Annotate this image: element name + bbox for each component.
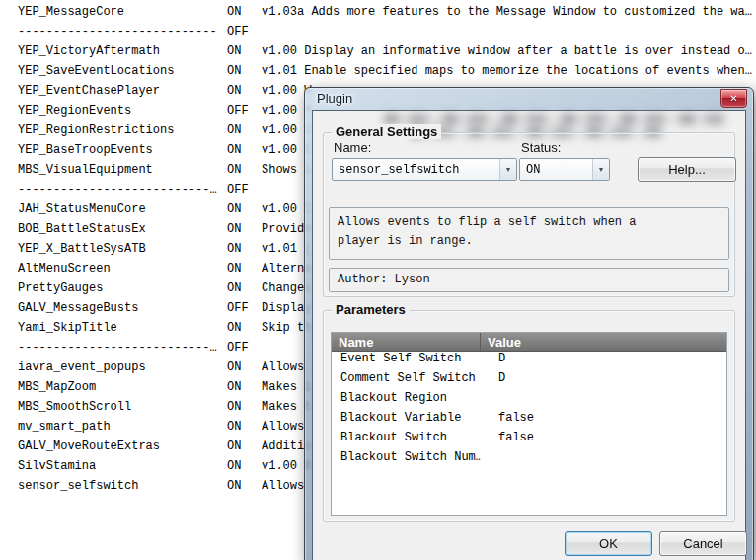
chevron-down-icon: ▼ xyxy=(592,159,609,180)
plugin-status: OFF xyxy=(227,341,249,355)
dialog-client-area: General Settings Name: sensor_selfswitch… xyxy=(312,110,746,560)
plugin-row[interactable]: YEP_SaveEventLocationsONv1.01 Enable spe… xyxy=(0,64,756,84)
plugin-name: YEP_MessageCore xyxy=(18,5,124,19)
parameter-value: false xyxy=(481,431,726,450)
plugin-status: ON xyxy=(227,459,241,473)
parameter-name: Blackout Variable xyxy=(332,411,481,431)
plugin-name-value: sensor_selfswitch xyxy=(333,159,499,180)
plugin-desc: v1.03a Adds more features to the Message… xyxy=(262,5,756,19)
plugin-status: ON xyxy=(227,143,241,157)
plugin-status: ON xyxy=(227,242,241,256)
param-header-value: Value xyxy=(481,333,726,351)
plugin-name: ---------------------------… xyxy=(18,341,217,355)
plugin-name: JAH_StatusMenuCore xyxy=(18,202,146,216)
plugin-status: ON xyxy=(227,5,241,19)
plugin-status: OFF xyxy=(227,25,249,39)
plugin-status: ON xyxy=(227,440,241,453)
dialog-title: Plugin xyxy=(317,91,352,106)
parameter-name: Blackout Switch Num… xyxy=(332,450,481,470)
plugin-status: OFF xyxy=(227,183,249,197)
parameter-name: Blackout Region xyxy=(332,391,481,411)
plugin-description: Allows events to flip a self switch when… xyxy=(329,207,729,260)
chevron-down-icon: ▼ xyxy=(499,159,516,180)
general-settings-group: General Settings Name: sensor_selfswitch… xyxy=(323,132,735,297)
plugin-name: iavra_event_popups xyxy=(18,360,146,374)
help-button[interactable]: Help... xyxy=(638,157,736,182)
plugin-row[interactable]: ----------------------------OFF xyxy=(0,25,756,44)
plugin-name: PrettyGauges xyxy=(18,281,103,295)
plugin-name: YEP_SaveEventLocations xyxy=(18,64,174,78)
plugin-desc: v1.00 Display an informative window afte… xyxy=(262,44,756,58)
parameter-value: false xyxy=(481,411,726,431)
plugin-row[interactable]: YEP_VictoryAftermathONv1.00 Display an i… xyxy=(0,44,756,64)
ok-button[interactable]: OK xyxy=(565,531,652,556)
plugin-name: YEP_RegionRestrictions xyxy=(18,123,174,137)
plugin-status: ON xyxy=(227,44,241,58)
parameter-value xyxy=(481,391,726,411)
plugin-name-dropdown[interactable]: sensor_selfswitch ▼ xyxy=(332,158,517,181)
plugin-status: ON xyxy=(227,479,241,493)
parameter-name: Comment Self Switch xyxy=(332,371,481,391)
close-icon: ✕ xyxy=(729,93,737,104)
plugin-name: mv_smart_path xyxy=(18,420,111,434)
plugin-desc: v1.01 Enable specified maps to memorize … xyxy=(262,64,756,78)
param-header-name: Name xyxy=(332,333,481,351)
plugin-name: AltMenuScreen xyxy=(18,262,111,276)
plugin-status: ON xyxy=(227,360,241,374)
general-settings-title: General Settings xyxy=(332,124,441,139)
plugin-status: ON xyxy=(227,163,241,177)
status-label: Status: xyxy=(521,140,561,155)
plugin-name: Yami_SkipTitle xyxy=(18,321,117,335)
plugin-row[interactable]: YEP_MessageCoreONv1.03a Adds more featur… xyxy=(0,5,756,25)
parameter-value xyxy=(481,450,726,470)
parameter-row[interactable]: Blackout Region xyxy=(332,391,726,411)
plugin-status: ON xyxy=(227,64,241,78)
plugin-name: YEP_RegionEvents xyxy=(18,104,131,118)
parameter-row[interactable]: Blackout Variablefalse xyxy=(332,411,726,431)
plugin-name: YEP_VictoryAftermath xyxy=(18,44,160,58)
plugin-name: SilvStamina xyxy=(18,459,96,473)
plugin-status: ON xyxy=(227,123,241,137)
parameters-group: Parameters Name Value Event Self SwitchD… xyxy=(323,310,735,522)
plugin-name: YEP_BaseTroopEvents xyxy=(18,143,153,157)
parameters-table: Name Value Event Self SwitchDComment Sel… xyxy=(331,332,727,516)
plugin-status: OFF xyxy=(227,301,249,315)
plugin-name: ---------------------------… xyxy=(18,183,217,197)
parameter-row[interactable]: Blackout Switchfalse xyxy=(332,431,726,450)
parameter-value: D xyxy=(481,371,726,391)
plugin-name: GALV_MessageBusts xyxy=(18,301,138,315)
plugin-status: ON xyxy=(227,380,241,394)
name-label: Name: xyxy=(334,140,371,155)
plugin-name: MBS_SmoothScroll xyxy=(18,400,131,414)
plugin-status: ON xyxy=(227,420,241,434)
param-table-body: Event Self SwitchDComment Self SwitchDBl… xyxy=(332,352,726,470)
plugin-status: ON xyxy=(227,222,241,236)
parameter-row[interactable]: Comment Self SwitchD xyxy=(332,371,726,391)
plugin-name: MBS_MapZoom xyxy=(18,380,96,394)
plugin-status: ON xyxy=(227,321,241,335)
close-button[interactable]: ✕ xyxy=(720,89,747,108)
status-dropdown[interactable]: ON ▼ xyxy=(519,158,610,181)
parameters-table-header: Name Value xyxy=(332,333,726,352)
cancel-button[interactable]: Cancel xyxy=(659,531,747,556)
plugin-status: ON xyxy=(227,400,241,414)
parameter-name: Event Self Switch xyxy=(332,352,481,371)
plugin-name: YEP_EventChasePlayer xyxy=(18,84,160,98)
plugin-status: ON xyxy=(227,262,241,276)
plugin-dialog: Plugin ✕ General Settings Name: sensor_s… xyxy=(304,87,754,560)
parameter-row[interactable]: Blackout Switch Num… xyxy=(332,450,726,470)
plugin-name: YEP_X_BattleSysATB xyxy=(18,242,146,256)
dialog-titlebar[interactable]: Plugin ✕ xyxy=(305,88,753,110)
plugin-name: ---------------------------- xyxy=(18,25,217,39)
plugin-name: MBS_VisualEquipment xyxy=(18,163,153,177)
parameter-value: D xyxy=(481,352,726,371)
plugin-status: ON xyxy=(227,202,241,216)
parameters-title: Parameters xyxy=(332,302,410,317)
plugin-name: BOB_BattleStatusEx xyxy=(18,222,146,236)
plugin-author: Author: Lyson xyxy=(329,268,729,292)
plugin-name: sensor_selfswitch xyxy=(18,479,138,493)
plugin-manager-screen: YEP_MessageCoreONv1.03a Adds more featur… xyxy=(0,0,756,560)
plugin-name: GALV_MoveRouteExtras xyxy=(18,440,160,453)
plugin-status: ON xyxy=(227,281,241,295)
parameter-row[interactable]: Event Self SwitchD xyxy=(332,352,726,371)
